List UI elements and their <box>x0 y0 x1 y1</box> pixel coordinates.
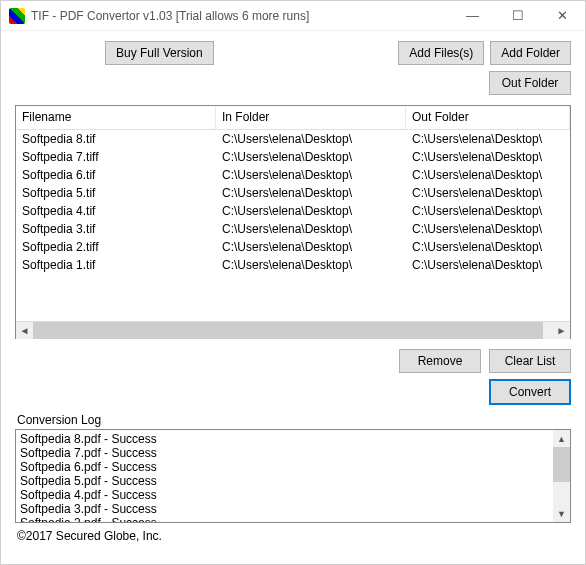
cell-filename: Softpedia 3.tif <box>16 220 216 238</box>
cell-in-folder: C:\Users\elena\Desktop\ <box>216 202 406 220</box>
log-entry: Softpedia 8.pdf - Success <box>20 432 566 446</box>
cell-out-folder: C:\Users\elena\Desktop\ <box>406 148 570 166</box>
log-entry: Softpedia 2.pdf - Success <box>20 516 566 523</box>
vertical-scrollbar[interactable]: ▲ ▼ <box>553 430 570 522</box>
clear-list-button[interactable]: Clear List <box>489 349 571 373</box>
log-entry: Softpedia 3.pdf - Success <box>20 502 566 516</box>
scroll-up-icon[interactable]: ▲ <box>553 430 570 447</box>
copyright-label: ©2017 Secured Globe, Inc. <box>15 529 571 543</box>
scroll-right-icon[interactable]: ► <box>553 322 570 339</box>
convert-row: Convert <box>15 379 571 405</box>
table-row[interactable]: Softpedia 2.tiffC:\Users\elena\Desktop\C… <box>16 238 570 256</box>
scroll-thumb[interactable] <box>33 322 543 339</box>
table-row[interactable]: Softpedia 8.tifC:\Users\elena\Desktop\C:… <box>16 130 570 148</box>
cell-out-folder: C:\Users\elena\Desktop\ <box>406 202 570 220</box>
log-entry: Softpedia 5.pdf - Success <box>20 474 566 488</box>
window-controls: — ☐ ✕ <box>450 1 585 31</box>
table-row[interactable]: Softpedia 3.tifC:\Users\elena\Desktop\C:… <box>16 220 570 238</box>
cell-in-folder: C:\Users\elena\Desktop\ <box>216 148 406 166</box>
table-row[interactable]: Softpedia 7.tiffC:\Users\elena\Desktop\C… <box>16 148 570 166</box>
scroll-track[interactable] <box>33 322 553 339</box>
header-filename[interactable]: Filename <box>16 106 216 129</box>
cell-in-folder: C:\Users\elena\Desktop\ <box>216 238 406 256</box>
close-button[interactable]: ✕ <box>540 1 585 31</box>
cell-filename: Softpedia 8.tif <box>16 130 216 148</box>
conversion-log[interactable]: Softpedia 8.pdf - SuccessSoftpedia 7.pdf… <box>15 429 571 523</box>
maximize-button[interactable]: ☐ <box>495 1 540 31</box>
window-title: TIF - PDF Convertor v1.03 [Trial allows … <box>31 9 450 23</box>
cell-filename: Softpedia 7.tiff <box>16 148 216 166</box>
toolbar-row-2: Out Folder <box>15 71 571 95</box>
titlebar: TIF - PDF Convertor v1.03 [Trial allows … <box>1 1 585 31</box>
cell-filename: Softpedia 5.tif <box>16 184 216 202</box>
cell-in-folder: C:\Users\elena\Desktop\ <box>216 166 406 184</box>
file-list[interactable]: Filename In Folder Out Folder Softpedia … <box>15 105 571 339</box>
table-row[interactable]: Softpedia 6.tifC:\Users\elena\Desktop\C:… <box>16 166 570 184</box>
close-icon: ✕ <box>557 8 568 23</box>
app-icon <box>9 8 25 24</box>
log-entry: Softpedia 7.pdf - Success <box>20 446 566 460</box>
horizontal-scrollbar[interactable]: ◄ ► <box>16 321 570 338</box>
cell-out-folder: C:\Users\elena\Desktop\ <box>406 130 570 148</box>
add-folder-button[interactable]: Add Folder <box>490 41 571 65</box>
out-folder-button[interactable]: Out Folder <box>489 71 571 95</box>
log-entry: Softpedia 4.pdf - Success <box>20 488 566 502</box>
cell-in-folder: C:\Users\elena\Desktop\ <box>216 220 406 238</box>
cell-out-folder: C:\Users\elena\Desktop\ <box>406 256 570 274</box>
cell-filename: Softpedia 6.tif <box>16 166 216 184</box>
cell-filename: Softpedia 4.tif <box>16 202 216 220</box>
maximize-icon: ☐ <box>512 8 524 23</box>
cell-out-folder: C:\Users\elena\Desktop\ <box>406 184 570 202</box>
log-entry: Softpedia 6.pdf - Success <box>20 460 566 474</box>
cell-in-folder: C:\Users\elena\Desktop\ <box>216 184 406 202</box>
header-in-folder[interactable]: In Folder <box>216 106 406 129</box>
log-content: Softpedia 8.pdf - SuccessSoftpedia 7.pdf… <box>20 432 566 523</box>
scroll-thumb-vertical[interactable] <box>553 447 570 482</box>
cell-out-folder: C:\Users\elena\Desktop\ <box>406 238 570 256</box>
scroll-down-icon[interactable]: ▼ <box>553 505 570 522</box>
cell-out-folder: C:\Users\elena\Desktop\ <box>406 220 570 238</box>
cell-in-folder: C:\Users\elena\Desktop\ <box>216 130 406 148</box>
file-list-header: Filename In Folder Out Folder <box>16 106 570 130</box>
toolbar-row-1: Buy Full Version Add Files(s) Add Folder <box>15 41 571 65</box>
remove-button[interactable]: Remove <box>399 349 481 373</box>
minimize-button[interactable]: — <box>450 1 495 31</box>
convert-button[interactable]: Convert <box>489 379 571 405</box>
header-out-folder[interactable]: Out Folder <box>406 106 570 129</box>
table-row[interactable]: Softpedia 4.tifC:\Users\elena\Desktop\C:… <box>16 202 570 220</box>
action-row: Remove Clear List <box>15 349 571 373</box>
cell-out-folder: C:\Users\elena\Desktop\ <box>406 166 570 184</box>
buy-full-version-button[interactable]: Buy Full Version <box>105 41 214 65</box>
scroll-left-icon[interactable]: ◄ <box>16 322 33 339</box>
table-row[interactable]: Softpedia 5.tifC:\Users\elena\Desktop\C:… <box>16 184 570 202</box>
add-files-button[interactable]: Add Files(s) <box>398 41 484 65</box>
minimize-icon: — <box>466 8 479 23</box>
cell-filename: Softpedia 2.tiff <box>16 238 216 256</box>
file-list-body: Softpedia 8.tifC:\Users\elena\Desktop\C:… <box>16 130 570 321</box>
table-row[interactable]: Softpedia 1.tifC:\Users\elena\Desktop\C:… <box>16 256 570 274</box>
conversion-log-label: Conversion Log <box>15 413 571 427</box>
cell-in-folder: C:\Users\elena\Desktop\ <box>216 256 406 274</box>
cell-filename: Softpedia 1.tif <box>16 256 216 274</box>
